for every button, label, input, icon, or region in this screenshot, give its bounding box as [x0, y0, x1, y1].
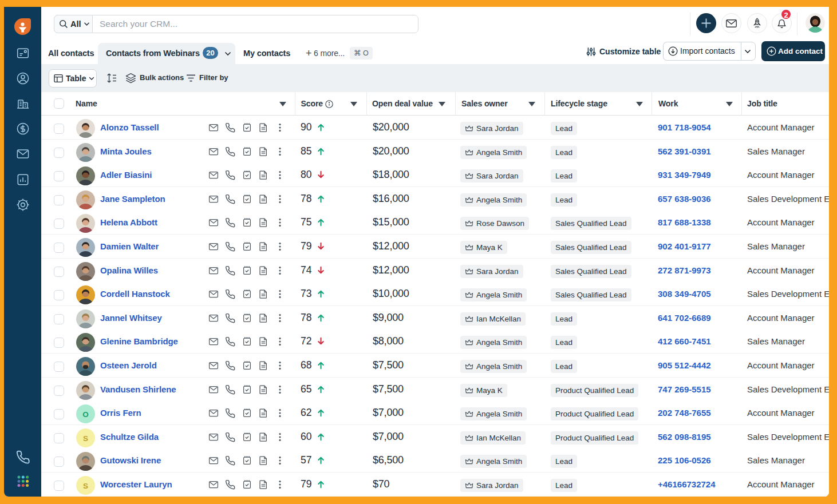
- svg-text:S: S: [83, 434, 88, 442]
- svg-text:S: S: [83, 482, 88, 490]
- svg-text:O: O: [82, 410, 89, 419]
